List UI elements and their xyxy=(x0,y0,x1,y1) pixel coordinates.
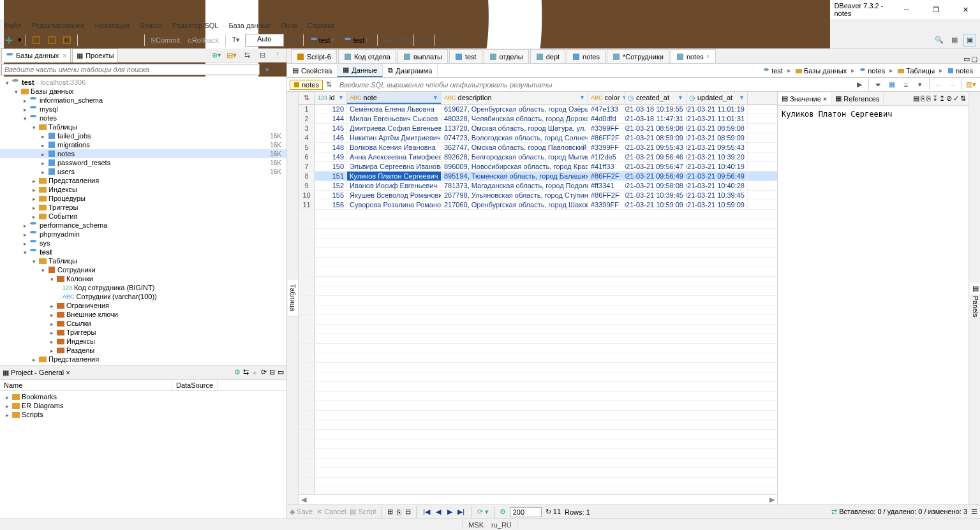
pp-bookmarks[interactable]: Bookmarks xyxy=(0,392,286,401)
tree-columns[interactable]: Колонки xyxy=(0,274,286,283)
nav-filter-icon[interactable]: ▤▾ xyxy=(225,49,238,62)
tree-clear-icon[interactable]: ✕ xyxy=(274,63,286,76)
editor-tab[interactable]: test xyxy=(449,49,482,63)
right-vgutter[interactable]: ▤ Panels xyxy=(969,92,980,504)
col-id[interactable]: 123id▼ xyxy=(315,92,347,104)
tree-info-schema[interactable]: information_schema xyxy=(0,96,286,105)
editor-tab[interactable]: выплаты xyxy=(397,49,448,63)
menu-search[interactable]: Search xyxy=(138,20,163,31)
subtab-data[interactable]: ▦ Данные xyxy=(338,64,383,77)
tb-print-icon[interactable]: 🖶▾ xyxy=(397,34,410,47)
rp-tab-value[interactable]: ▤ Значение × xyxy=(778,92,831,105)
refresh-icon[interactable]: ⟳▾ xyxy=(286,34,299,47)
tree-idx2[interactable]: Индексы xyxy=(0,337,286,346)
pp-col-ds[interactable]: DataSource xyxy=(172,380,218,390)
tree-triggers[interactable]: Триггеры xyxy=(0,203,286,212)
search-icon[interactable]: 🔍 xyxy=(933,34,946,47)
refresh-data-icon[interactable]: ⟳ ▾ xyxy=(477,508,489,516)
rollback-button[interactable]: ⎌ Rollback xyxy=(185,34,221,47)
tree-constraints[interactable]: Ограничения xyxy=(0,301,286,310)
menu-database[interactable]: База данных xyxy=(227,20,272,31)
row-corner[interactable]: ⇅ xyxy=(299,92,315,104)
tree-views[interactable]: Представления xyxy=(0,176,286,185)
menu-edit[interactable]: Редактирование xyxy=(30,20,86,31)
pp-col-name[interactable]: Name xyxy=(0,380,172,390)
tree-notes-db[interactable]: notes xyxy=(0,114,286,122)
subtab-diagram[interactable]: ⧉ Диаграмма xyxy=(383,64,438,77)
value-text[interactable]: Куликов Платон Сергеевич xyxy=(778,106,969,122)
pp-scripts[interactable]: Scripts xyxy=(0,410,286,419)
table-row[interactable]: 6149Анна Алексеевна Тимофеева892628, Бел… xyxy=(299,152,777,162)
minimize-button[interactable]: ─ xyxy=(892,0,921,19)
vg-grid-icon[interactable]: ▦ xyxy=(287,290,288,307)
tree-fkeys[interactable]: Внешние ключи xyxy=(0,310,286,319)
h-scrollbar[interactable]: ◀▶ xyxy=(299,494,777,504)
tab-projects[interactable]: ▦ Проекты xyxy=(72,48,118,63)
f-menu-icon[interactable]: ☰ xyxy=(971,508,977,516)
datasource-select[interactable]: test▾ xyxy=(308,34,339,47)
editor-tab[interactable]: notes× xyxy=(671,49,716,63)
fr-cols-icon[interactable]: ▦ xyxy=(886,78,898,91)
rp-i6[interactable]: ⊘ xyxy=(946,94,952,103)
table-row[interactable]: 9152Иванов Иосиф Евгеньевич781373, Магад… xyxy=(299,181,777,191)
tb-icon-c[interactable]: ▢ xyxy=(112,34,125,47)
table-row[interactable]: 3145Дмитриева София Евгеньевна113728, Ом… xyxy=(299,124,777,133)
editor-tab[interactable]: Код отдела xyxy=(338,49,396,63)
tree-filter-icon[interactable]: ▾ xyxy=(261,63,274,76)
settings-icon[interactable]: ⚙ xyxy=(500,508,506,516)
col-updated[interactable]: ◷updated_at▼ xyxy=(687,92,748,104)
fr-fwd-icon[interactable]: → xyxy=(946,78,959,91)
tree-views2[interactable]: Представления xyxy=(0,355,286,364)
nav-last-icon[interactable]: ▶| xyxy=(456,508,466,516)
filter-input[interactable] xyxy=(336,81,853,89)
pp-collapse-icon[interactable]: ⊟ xyxy=(269,368,275,378)
f-del-icon[interactable]: ⊟ xyxy=(405,508,411,516)
table-row[interactable]: 2144Милан Евгеньевич Сысоев480328, Челяб… xyxy=(299,114,777,124)
commit-button[interactable]: ⎘ Commit xyxy=(149,34,182,47)
page-size-input[interactable] xyxy=(510,507,542,517)
table-row[interactable]: 7150Эльвира Сергеевна Иванова896009, Нов… xyxy=(299,162,777,172)
tree-failed-jobs[interactable]: failed_jobs16K xyxy=(0,131,286,140)
f-dup-icon[interactable]: ⎘ xyxy=(397,508,401,516)
col-created[interactable]: ◷created_at▼ xyxy=(625,92,687,104)
bc-notes[interactable]: notes xyxy=(856,65,888,77)
fr-back-icon[interactable]: ← xyxy=(932,78,945,91)
menu-help[interactable]: Справка xyxy=(306,20,336,31)
save-button[interactable]: ◆ Save xyxy=(290,508,313,516)
nav-menu-icon[interactable]: ⋮ xyxy=(271,49,284,62)
nav-next-icon[interactable]: ▶ xyxy=(445,508,455,516)
table-row[interactable]: 5148Волкова Ксения Ивановна362747, Омска… xyxy=(299,143,777,152)
bc-tables[interactable]: Таблицы xyxy=(895,65,938,77)
tree-notes-table[interactable]: notes16K xyxy=(0,149,286,158)
tb-cloud-icon[interactable]: ☁▾ xyxy=(382,34,394,47)
tree-col2[interactable]: ABC Сотрудник (varchar(100)) xyxy=(0,292,286,301)
filter-toggle-icon[interactable]: ⇅ xyxy=(323,78,336,91)
editor-tab[interactable]: Script-6 xyxy=(291,49,337,63)
rp-i8[interactable]: ⇅ xyxy=(960,94,966,103)
nav-link-icon[interactable]: ⇆ xyxy=(241,49,253,62)
bc-db[interactable]: Базы данных xyxy=(792,65,850,77)
table-row[interactable]: 8151Куликов Платон Сергеевич895194, Тюме… xyxy=(299,172,777,181)
tree-test-tables[interactable]: Таблицы xyxy=(0,256,286,265)
tree-indexes[interactable]: Индексы xyxy=(0,185,286,194)
recent-sql-icon[interactable]: * xyxy=(61,34,73,47)
rp-i2[interactable]: ⎘ xyxy=(921,94,925,103)
col-note[interactable]: ABCnote▼ xyxy=(347,92,442,104)
vg-table[interactable]: Таблица xyxy=(288,280,298,316)
tree-sotrudniki[interactable]: Сотрудники xyxy=(0,265,286,274)
notes-chip[interactable]: notes xyxy=(290,80,323,90)
tab-databases[interactable]: Базы данных× xyxy=(1,48,71,63)
pp-gear-icon[interactable]: ⚙ xyxy=(234,368,241,378)
pp-min-icon[interactable]: ▭ xyxy=(278,368,284,378)
pp-refresh-icon[interactable]: ⟳ xyxy=(261,368,267,378)
menu-window[interactable]: Окна xyxy=(279,20,299,31)
new-conn-dd[interactable]: ▾ xyxy=(18,36,22,44)
database-select[interactable]: test▾ xyxy=(341,34,373,47)
rp-i5[interactable]: ↥ xyxy=(939,94,945,103)
cancel-button[interactable]: ✕ Cancel xyxy=(316,508,346,516)
tb-back-icon[interactable]: ↶ xyxy=(439,34,452,47)
auto-commit-select[interactable]: Auto xyxy=(245,34,284,47)
tree-databases[interactable]: Базы данных xyxy=(0,87,286,96)
tree-tables[interactable]: Таблицы xyxy=(0,122,286,131)
fr-hist-icon[interactable]: ⏷ xyxy=(872,78,884,91)
